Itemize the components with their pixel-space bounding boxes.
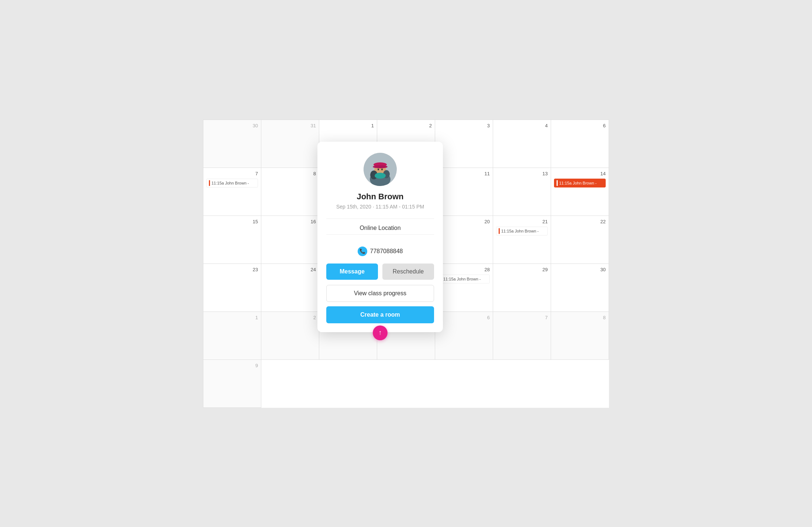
calendar-cell: 31 bbox=[261, 120, 319, 168]
svg-point-7 bbox=[378, 168, 379, 170]
popup-location: Online Location bbox=[359, 225, 400, 231]
calendar-cell: 6 bbox=[551, 120, 609, 168]
cell-date: 1 bbox=[322, 123, 374, 128]
cell-date: 23 bbox=[206, 267, 258, 272]
cell-date: 30 bbox=[206, 123, 258, 128]
cell-date: 29 bbox=[496, 267, 548, 272]
cell-date: 9 bbox=[206, 363, 258, 368]
cell-date: 2 bbox=[264, 315, 316, 320]
event-dot bbox=[209, 180, 210, 186]
calendar-cell: 2111:15a John Brown - bbox=[493, 216, 551, 264]
popup-date: Sep 15th, 2020 · 11:15 AM - 01:15 PM bbox=[336, 204, 424, 210]
cell-date: 13 bbox=[496, 171, 548, 176]
calendar-cell: 3 bbox=[435, 120, 493, 168]
fab-up-button[interactable]: ↑ bbox=[373, 326, 388, 340]
cell-date: 16 bbox=[264, 219, 316, 224]
create-room-button[interactable]: Create a room bbox=[326, 306, 434, 323]
event-text: 11:15a John Brown - bbox=[211, 181, 249, 185]
popup-phone: 📞 7787088848 bbox=[358, 247, 403, 256]
event-text: 11:15a John Brown - bbox=[559, 181, 597, 185]
cell-date: 2 bbox=[380, 123, 432, 128]
event-chip[interactable]: 11:15a John Brown - bbox=[496, 227, 548, 235]
calendar-container: 303112346711:15a John Brown -89101113141… bbox=[203, 120, 609, 408]
calendar-cell: 11 bbox=[435, 168, 493, 216]
cell-date: 15 bbox=[206, 219, 258, 224]
message-button[interactable]: Message bbox=[326, 264, 378, 280]
calendar-cell: 2 bbox=[261, 312, 319, 360]
svg-point-11 bbox=[375, 173, 386, 179]
cell-date: 31 bbox=[264, 123, 316, 128]
event-chip[interactable]: 11:15a John Brown - bbox=[554, 179, 606, 187]
popup-divider-2 bbox=[326, 234, 434, 235]
cell-date: 20 bbox=[438, 219, 490, 224]
cell-date: 1 bbox=[206, 315, 258, 320]
reschedule-button[interactable]: Reschedule bbox=[382, 264, 434, 280]
calendar-cell: 1 bbox=[203, 312, 261, 360]
event-popup: John Brown Sep 15th, 2020 · 11:15 AM - 0… bbox=[317, 142, 443, 332]
cell-date: 3 bbox=[438, 123, 490, 128]
cell-date: 8 bbox=[554, 315, 606, 320]
event-text: 11:15a John Brown - bbox=[443, 277, 481, 281]
popup-actions-row: Message Reschedule bbox=[326, 264, 434, 280]
event-dot bbox=[557, 180, 558, 186]
calendar-cell: 711:15a John Brown - bbox=[203, 168, 261, 216]
phone-number: 7787088848 bbox=[370, 248, 403, 255]
cell-date: 6 bbox=[438, 315, 490, 320]
calendar-cell: 7 bbox=[493, 312, 551, 360]
calendar-cell: 16 bbox=[261, 216, 319, 264]
calendar-cell: 13 bbox=[493, 168, 551, 216]
cell-date: 7 bbox=[496, 315, 548, 320]
popup-person-name: John Brown bbox=[357, 192, 403, 202]
calendar-cell: 30 bbox=[203, 120, 261, 168]
calendar-cell: 24 bbox=[261, 264, 319, 312]
cell-date: 6 bbox=[554, 123, 606, 128]
calendar-cell: 23 bbox=[203, 264, 261, 312]
event-text: 11:15a John Brown - bbox=[501, 229, 539, 233]
calendar-cell: 8 bbox=[261, 168, 319, 216]
cell-date: 28 bbox=[438, 267, 490, 272]
view-progress-button[interactable]: View class progress bbox=[326, 285, 434, 302]
calendar-cell: 30 bbox=[551, 264, 609, 312]
svg-point-8 bbox=[381, 168, 383, 170]
cell-date: 22 bbox=[554, 219, 606, 224]
calendar-cell: 15 bbox=[203, 216, 261, 264]
cell-date: 4 bbox=[496, 123, 548, 128]
calendar-cell: 8 bbox=[551, 312, 609, 360]
event-dot bbox=[499, 228, 500, 234]
popup-overlay: John Brown Sep 15th, 2020 · 11:15 AM - 0… bbox=[317, 142, 443, 332]
event-chip[interactable]: 11:15a John Brown - bbox=[438, 275, 490, 283]
calendar-cell: 1411:15a John Brown - bbox=[551, 168, 609, 216]
cell-date: 24 bbox=[264, 267, 316, 272]
event-chip[interactable]: 11:15a John Brown - bbox=[206, 179, 258, 187]
svg-point-6 bbox=[373, 165, 388, 168]
calendar-cell: 4 bbox=[493, 120, 551, 168]
cell-date: 11 bbox=[438, 171, 490, 176]
cell-date: 30 bbox=[554, 267, 606, 272]
calendar-cell: 29 bbox=[493, 264, 551, 312]
avatar bbox=[364, 153, 397, 186]
calendar-cell: 9 bbox=[203, 360, 261, 408]
popup-divider bbox=[326, 218, 434, 219]
calendar-cell: 22 bbox=[551, 216, 609, 264]
calendar-cell: 6 bbox=[435, 312, 493, 360]
cell-date: 7 bbox=[206, 171, 258, 176]
phone-icon: 📞 bbox=[358, 247, 367, 256]
calendar-cell: 2811:15a John Brown - bbox=[435, 264, 493, 312]
cell-date: 14 bbox=[554, 171, 606, 176]
cell-date: 8 bbox=[264, 171, 316, 176]
cell-date: 21 bbox=[496, 219, 548, 224]
calendar-cell: 20 bbox=[435, 216, 493, 264]
